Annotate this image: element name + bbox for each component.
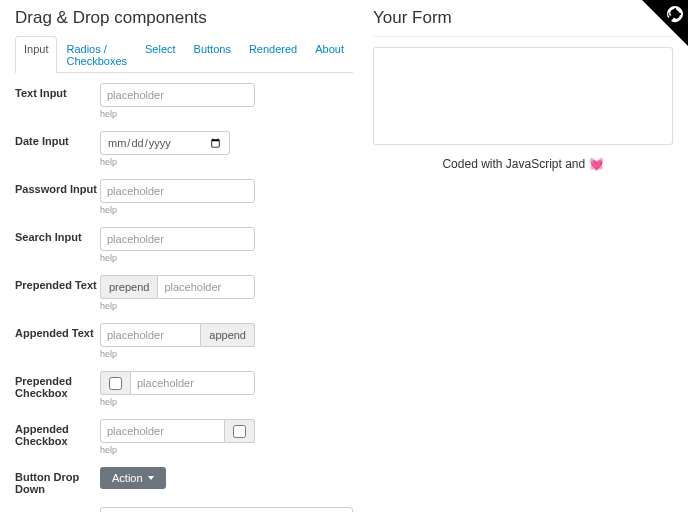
form-panel: Your Form Coded with JavaScript and 💓 <box>373 8 673 512</box>
prepend-checkbox[interactable] <box>109 377 122 390</box>
tabs: Input Radios / Checkboxes Select Buttons… <box>15 36 353 73</box>
appended-checkbox-field[interactable] <box>100 419 225 443</box>
text-area-field[interactable] <box>100 507 353 512</box>
append-addon: append <box>201 323 255 347</box>
prepended-checkbox-help: help <box>100 397 255 407</box>
prepended-checkbox-row[interactable]: Prepended Checkbox help <box>15 371 353 407</box>
tab-about[interactable]: About <box>306 36 353 73</box>
appended-checkbox-row[interactable]: Appended Checkbox help <box>15 419 353 455</box>
form-title: Your Form <box>373 8 673 28</box>
text-area-row[interactable]: Text Area <box>15 507 353 512</box>
prepended-checkbox-label: Prepended Checkbox <box>15 371 100 399</box>
date-input-label: Date Input <box>15 131 100 147</box>
prepended-text-row[interactable]: Prepended Text prepend help <box>15 275 353 311</box>
appended-text-row[interactable]: Appended Text append help <box>15 323 353 359</box>
caret-down-icon <box>148 476 154 480</box>
text-input-row[interactable]: Text Input help <box>15 83 353 119</box>
action-dropdown-button[interactable]: Action <box>100 467 166 489</box>
prepend-addon: prepend <box>100 275 157 299</box>
date-input-row[interactable]: Date Input help <box>15 131 353 167</box>
search-input-row[interactable]: Search Input help <box>15 227 353 263</box>
tab-buttons[interactable]: Buttons <box>185 36 240 73</box>
form-drop-target[interactable] <box>373 47 673 145</box>
append-checkbox-addon <box>225 419 255 443</box>
appended-text-help: help <box>100 349 255 359</box>
prepended-checkbox-field[interactable] <box>130 371 255 395</box>
date-input-field[interactable] <box>100 131 230 155</box>
search-input-label: Search Input <box>15 227 100 243</box>
text-input-help: help <box>100 109 255 119</box>
tab-input[interactable]: Input <box>15 36 57 73</box>
text-input-field[interactable] <box>100 83 255 107</box>
footer-text: Coded with JavaScript and 💓 <box>373 157 673 171</box>
appended-text-label: Appended Text <box>15 323 100 339</box>
heart-icon: 💓 <box>589 157 604 171</box>
search-input-field[interactable] <box>100 227 255 251</box>
prepend-checkbox-addon <box>100 371 130 395</box>
github-icon <box>664 3 687 26</box>
append-checkbox[interactable] <box>233 425 246 438</box>
components-title: Drag & Drop components <box>15 8 353 28</box>
components-panel: Drag & Drop components Input Radios / Ch… <box>15 8 353 512</box>
appended-text-field[interactable] <box>100 323 201 347</box>
appended-checkbox-help: help <box>100 445 255 455</box>
password-input-row[interactable]: Password Input help <box>15 179 353 215</box>
github-ribbon[interactable] <box>642 0 688 46</box>
search-input-help: help <box>100 253 255 263</box>
prepended-text-label: Prepended Text <box>15 275 100 291</box>
password-input-help: help <box>100 205 255 215</box>
password-input-field[interactable] <box>100 179 255 203</box>
text-input-label: Text Input <box>15 83 100 99</box>
action-button-text: Action <box>112 472 143 484</box>
prepended-text-field[interactable] <box>157 275 255 299</box>
divider <box>373 36 673 37</box>
tab-rendered[interactable]: Rendered <box>240 36 306 73</box>
tab-select[interactable]: Select <box>136 36 185 73</box>
text-area-label: Text Area <box>15 507 100 512</box>
appended-checkbox-label: Appended Checkbox <box>15 419 100 447</box>
button-dropdown-row[interactable]: Button Drop Down Action <box>15 467 353 495</box>
prepended-text-help: help <box>100 301 255 311</box>
password-input-label: Password Input <box>15 179 100 195</box>
date-input-help: help <box>100 157 230 167</box>
tab-radios-checkboxes[interactable]: Radios / Checkboxes <box>57 36 136 73</box>
button-dropdown-label: Button Drop Down <box>15 467 100 495</box>
